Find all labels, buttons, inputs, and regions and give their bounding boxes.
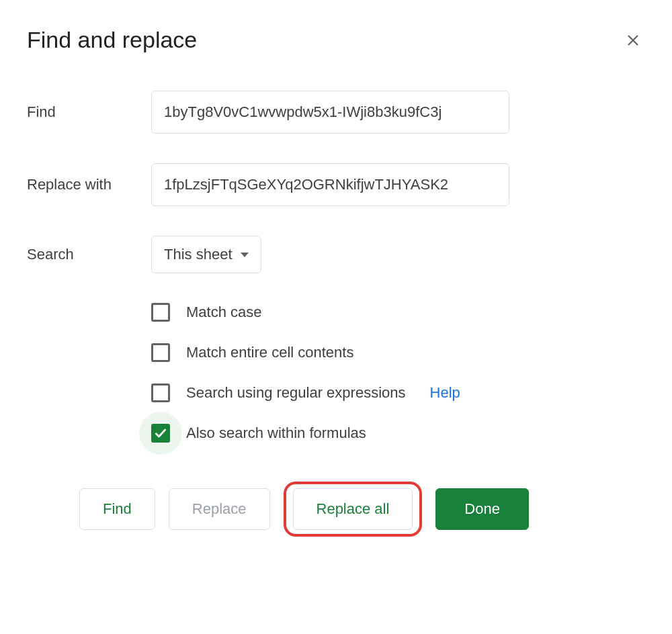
regex-label: Search using regular expressions xyxy=(186,384,406,402)
formulas-checkbox[interactable] xyxy=(151,424,170,443)
done-button[interactable]: Done xyxy=(435,488,529,530)
replace-button[interactable]: Replace xyxy=(169,488,270,530)
match-entire-label: Match entire cell contents xyxy=(186,344,353,361)
search-scope-value: This sheet xyxy=(164,246,233,263)
close-button[interactable] xyxy=(621,28,645,52)
find-button[interactable]: Find xyxy=(79,488,155,530)
check-icon xyxy=(154,426,167,440)
find-input[interactable] xyxy=(151,91,509,134)
match-case-label: Match case xyxy=(186,304,262,321)
close-icon xyxy=(625,32,641,48)
match-case-checkbox[interactable] xyxy=(151,303,170,322)
regex-help-link[interactable]: Help xyxy=(430,384,460,402)
match-entire-checkbox[interactable] xyxy=(151,343,170,362)
replace-all-highlight: Replace all xyxy=(284,482,423,537)
formulas-label: Also search within formulas xyxy=(186,424,366,442)
find-label: Find xyxy=(27,103,151,121)
replace-input[interactable] xyxy=(151,163,509,206)
regex-checkbox[interactable] xyxy=(151,383,170,402)
replace-all-button[interactable]: Replace all xyxy=(293,488,413,530)
replace-with-label: Replace with xyxy=(27,176,151,193)
search-scope-dropdown[interactable]: This sheet xyxy=(151,236,261,273)
search-label: Search xyxy=(27,246,151,263)
dialog-title: Find and replace xyxy=(27,27,197,53)
chevron-down-icon xyxy=(241,253,249,257)
